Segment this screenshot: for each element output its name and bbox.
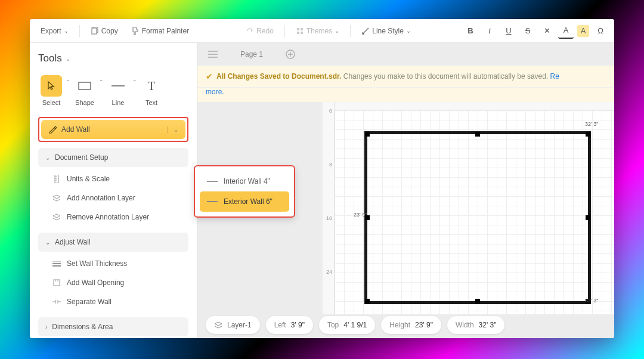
symbol-button[interactable]: Ω — [593, 23, 608, 39]
height-value: 23' 9" — [415, 321, 433, 329]
separator — [79, 25, 80, 37]
set-wall-thickness-item[interactable]: Set Wall Thickness — [38, 254, 188, 273]
add-wall-highlight: Add Wall ⌄ — [38, 117, 188, 142]
banner-link-2[interactable]: more. — [206, 88, 224, 96]
chevron-down-icon: ⌄ — [167, 126, 178, 133]
redo-button[interactable]: Redo — [241, 24, 278, 38]
top-label: Top — [327, 321, 339, 329]
export-button[interactable]: Export ⌄ — [36, 24, 73, 38]
units-scale-item[interactable]: Units & Scale — [38, 169, 188, 188]
svg-rect-7 — [55, 175, 58, 183]
units-scale-label: Units & Scale — [67, 175, 110, 183]
add-page-button[interactable] — [282, 46, 299, 63]
canvas-tabs: Page 1 — [197, 43, 614, 66]
bold-button[interactable]: B — [463, 23, 478, 39]
document-setup-header[interactable]: ⌄ Document Setup — [38, 148, 188, 167]
redo-icon — [246, 27, 254, 35]
banner-text: Changes you make to this document will a… — [343, 72, 549, 81]
canvas-viewport[interactable]: 0 8 16 24 32' 3" — [197, 102, 614, 338]
canvas-grid[interactable]: 32' 3" 32' 3" 23' 9" — [335, 110, 614, 314]
dimensions-header[interactable]: › Dimensions & Area — [38, 317, 188, 336]
tools-sidebar: Tools ⌄ Select ⌄ Shape ⌄ Line ⌄ — [30, 43, 197, 338]
exterior-wall-option[interactable]: Exterior Wall 6" — [200, 191, 289, 212]
top-value: 4' 1 9/1 — [343, 321, 367, 329]
thickness-icon — [52, 259, 61, 268]
copy-button[interactable]: Copy — [86, 24, 123, 38]
themes-button[interactable]: Themes ⌄ — [291, 24, 344, 38]
add-wall-button[interactable]: Add Wall ⌄ — [41, 120, 185, 139]
select-tool[interactable]: Select ⌄ — [38, 73, 64, 109]
format-painter-label: Format Painter — [142, 27, 189, 35]
layer-name: Layer-1 — [227, 321, 252, 329]
interior-label: Interior Wall 4" — [224, 177, 270, 185]
main-area: Tools ⌄ Select ⌄ Shape ⌄ Line ⌄ — [30, 43, 614, 338]
shape-tool[interactable]: Shape ⌄ — [72, 73, 98, 109]
separator — [350, 25, 351, 37]
underline-button[interactable]: U — [501, 23, 516, 39]
separate-wall-item[interactable]: Separate Wall — [38, 292, 188, 311]
chevron-down-icon: ⌄ — [335, 27, 339, 34]
chevron-down-icon: ⌄ — [132, 76, 137, 82]
chevron-right-icon: › — [45, 324, 47, 330]
adjust-wall-header[interactable]: ⌄ Adjust Wall — [38, 233, 188, 252]
handle-top-mid[interactable] — [475, 132, 480, 137]
handle-top-right[interactable] — [586, 132, 590, 137]
text-tool[interactable]: T Text — [138, 73, 165, 109]
chevron-down-icon: ⌄ — [406, 27, 411, 34]
interior-wall-option[interactable]: Interior Wall 4" — [200, 171, 289, 191]
themes-icon — [296, 27, 304, 35]
shape-label: Shape — [75, 99, 94, 106]
check-icon: ✔ — [206, 72, 213, 81]
sidebar-title-text: Tools — [38, 52, 62, 64]
clear-format-button[interactable]: ✕ — [539, 23, 555, 39]
left-label: Left — [274, 321, 286, 329]
layer-remove-icon — [52, 213, 61, 221]
italic-button[interactable]: I — [482, 23, 497, 39]
svg-rect-1 — [297, 28, 299, 30]
left-pill[interactable]: Left 3' 9" — [266, 316, 313, 334]
line-style-button[interactable]: Line Style ⌄ — [357, 24, 416, 38]
opening-label: Add Wall Opening — [67, 278, 124, 287]
strikethrough-button[interactable]: S — [520, 23, 535, 39]
chevron-down-icon: ⌄ — [99, 76, 104, 82]
pencil-icon — [48, 125, 57, 134]
room-rectangle[interactable] — [364, 131, 591, 304]
page-tab[interactable]: Page 1 — [227, 47, 276, 62]
layer-add-icon — [52, 194, 61, 202]
sidebar-title[interactable]: Tools ⌄ — [38, 52, 188, 64]
tool-row: Select ⌄ Shape ⌄ Line ⌄ T Text — [38, 73, 188, 109]
layer-pill[interactable]: Layer-1 — [206, 316, 260, 334]
banner-line2: more. — [197, 88, 614, 102]
highlight-button[interactable]: A — [577, 25, 589, 37]
top-toolbar: Export ⌄ Copy Format Painter Redo Themes… — [30, 19, 614, 43]
line-tool[interactable]: Line ⌄ — [105, 73, 131, 109]
handle-bottom-mid[interactable] — [475, 299, 480, 304]
document-setup-label: Document Setup — [55, 153, 108, 162]
height-pill[interactable]: Height 23' 9" — [381, 316, 441, 334]
separate-label: Separate Wall — [67, 298, 112, 306]
dimensions-section: › Dimensions & Area — [38, 317, 188, 336]
status-bar: Layer-1 Left 3' 9" Top 4' 1 9/1 Height 2… — [197, 312, 614, 338]
thick-line-icon — [207, 201, 218, 202]
paintbrush-icon — [131, 27, 140, 35]
format-painter-button[interactable]: Format Painter — [126, 24, 194, 38]
line-icon — [112, 84, 125, 88]
chevron-down-icon: ⌄ — [45, 154, 50, 161]
width-pill[interactable]: Width 32' 3" — [447, 316, 505, 334]
font-color-button[interactable]: A — [558, 23, 574, 39]
top-pill[interactable]: Top 4' 1 9/1 — [319, 316, 375, 334]
banner-link-1[interactable]: Re — [550, 72, 559, 81]
chevron-down-icon: ⌄ — [45, 239, 50, 246]
handle-mid-right[interactable] — [586, 215, 590, 220]
handle-top-left[interactable] — [365, 132, 370, 137]
add-annotation-item[interactable]: Add Annotation Layer — [38, 188, 188, 208]
outline-button[interactable] — [205, 46, 221, 63]
line-style-label: Line Style — [372, 27, 404, 35]
copy-icon — [91, 27, 99, 35]
add-wall-opening-item[interactable]: Add Wall Opening — [38, 273, 188, 292]
ruler-tick: 24 — [326, 269, 332, 275]
handle-bottom-left[interactable] — [365, 299, 370, 304]
copy-label: Copy — [101, 27, 118, 35]
remove-annotation-item[interactable]: Remove Annotation Layer — [38, 208, 188, 227]
svg-rect-3 — [297, 32, 299, 34]
